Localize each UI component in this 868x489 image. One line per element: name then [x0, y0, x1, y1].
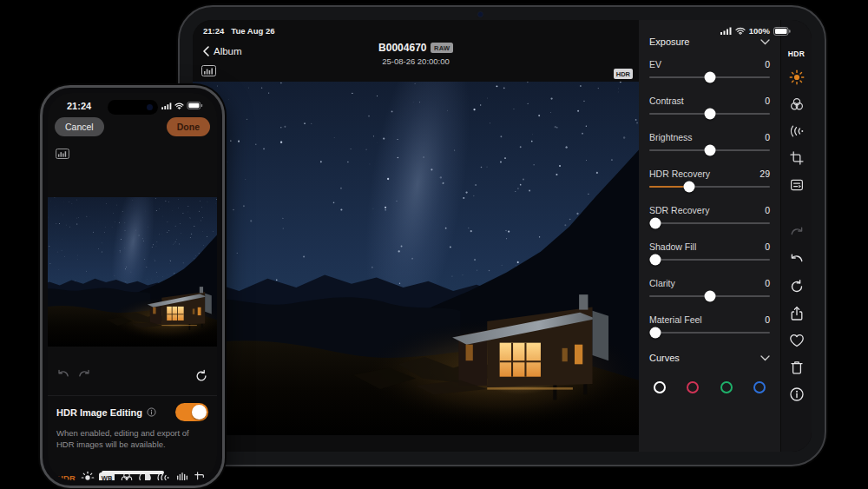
- ipad-status-bar-left: 21:24 Tue Aug 26: [203, 26, 274, 36]
- iphone-screen: 21:24 Cancel Done: [48, 93, 217, 480]
- crop-tab-button[interactable]: [789, 150, 805, 166]
- slider-value: 0: [765, 278, 770, 288]
- slider-thumb[interactable]: [704, 291, 715, 302]
- undo-icon: [789, 254, 805, 266]
- main-photo[interactable]: [193, 82, 639, 435]
- ev-slider[interactable]: [649, 70, 770, 84]
- reset-button[interactable]: [194, 369, 208, 383]
- hdr-recovery-slider[interactable]: [649, 180, 770, 194]
- curve-channel-red[interactable]: [687, 381, 699, 393]
- exposure-section-header[interactable]: Exposure: [649, 34, 770, 50]
- done-button[interactable]: Done: [167, 117, 210, 136]
- undo-icon: [56, 369, 70, 380]
- wifi-icon: [735, 27, 746, 35]
- slider-thumb[interactable]: [650, 327, 661, 339]
- color-tab-button[interactable]: [789, 96, 805, 112]
- tab-crop[interactable]: [194, 471, 207, 480]
- tab-texture[interactable]: [175, 471, 189, 480]
- hdr-setting-section: HDR Image Editing When enabled, editing …: [48, 395, 217, 451]
- slider-thumb[interactable]: [650, 218, 661, 229]
- presets-tab-button[interactable]: [789, 177, 805, 193]
- ipad-status-bar-right: 100%: [720, 26, 791, 36]
- ipad-date: Tue Aug 26: [231, 26, 274, 36]
- curve-channel-selector: [649, 381, 770, 393]
- slider-thumb[interactable]: [704, 72, 715, 83]
- iphone-clock: 21:24: [67, 101, 91, 111]
- chevron-left-icon: [203, 46, 209, 56]
- chevron-down-icon: [760, 39, 770, 45]
- slider-label: HDR Recovery: [649, 169, 710, 179]
- slider-thumb[interactable]: [704, 109, 715, 120]
- info-icon[interactable]: [147, 407, 156, 417]
- undo-button[interactable]: [56, 369, 70, 380]
- slider-row-shadow-fill: Shadow Fill 0: [649, 241, 770, 267]
- curve-channel-green[interactable]: [720, 381, 733, 393]
- home-indicator[interactable]: [102, 471, 164, 474]
- night-cabin-photo: [193, 82, 639, 435]
- clarity-slider[interactable]: [649, 289, 770, 303]
- phone-photo-preview[interactable]: [48, 197, 217, 347]
- redo-button[interactable]: [789, 225, 805, 241]
- slider-label: EV: [649, 59, 661, 69]
- share-button[interactable]: [789, 306, 805, 321]
- redo-icon: [77, 369, 91, 380]
- slider-value: 0: [765, 59, 770, 69]
- brightness-slider[interactable]: [649, 143, 770, 157]
- curve-channel-blue[interactable]: [753, 381, 766, 393]
- effects-tab-button[interactable]: [789, 123, 805, 139]
- photo-title-block: B0004670 RAW 25-08-26 20:00:00: [193, 42, 639, 66]
- slider-value: 0: [765, 314, 770, 325]
- cellular-icon: [720, 27, 732, 35]
- iphone-device: 21:24 Cancel Done: [40, 85, 225, 488]
- histogram-toggle-button[interactable]: [201, 65, 216, 76]
- curve-channel-luminance[interactable]: [654, 381, 666, 393]
- tab-light[interactable]: [81, 471, 95, 480]
- hdr-toggle-switch[interactable]: [175, 403, 208, 421]
- material-feel-slider[interactable]: [649, 326, 770, 340]
- info-button[interactable]: [789, 387, 805, 402]
- slider-thumb[interactable]: [650, 254, 661, 266]
- slider-thumb[interactable]: [704, 145, 715, 156]
- slider-thumb[interactable]: [683, 182, 694, 193]
- slider-row-ev: EV 0: [649, 58, 770, 84]
- exposure-header-label: Exposure: [649, 36, 689, 47]
- redo-button[interactable]: [77, 369, 91, 380]
- sdr-recovery-slider[interactable]: [649, 216, 770, 230]
- back-to-album-button[interactable]: Album: [203, 46, 242, 56]
- dynamic-island: [108, 100, 158, 115]
- slider-value: 0: [765, 96, 770, 106]
- info-icon: [789, 387, 805, 402]
- contrast-slider[interactable]: [649, 107, 770, 121]
- ipad-front-camera: [478, 12, 483, 17]
- tab-hdr[interactable]: HDR: [57, 473, 76, 481]
- slider-label: SDR Recovery: [649, 205, 709, 215]
- photo-editor-canvas-area: Album B0004670 RAW 25-08-26 20:00:00: [193, 20, 639, 452]
- favorite-button[interactable]: [789, 333, 805, 348]
- cellular-icon: [161, 102, 172, 109]
- reset-button[interactable]: [789, 279, 805, 294]
- delete-button[interactable]: [789, 360, 805, 375]
- back-label: Album: [214, 46, 242, 56]
- slider-row-hdr-recovery: HDR Recovery 29: [649, 168, 770, 194]
- slider-value: 0: [765, 241, 770, 252]
- night-cabin-photo: [48, 197, 217, 347]
- histogram-toggle-button[interactable]: [56, 149, 69, 159]
- exposure-tab-button[interactable]: [789, 69, 805, 85]
- curves-section-header[interactable]: Curves: [649, 350, 770, 366]
- battery-percent: 100%: [749, 26, 770, 36]
- redo-icon: [789, 227, 805, 239]
- reset-icon: [194, 369, 208, 383]
- reset-icon: [789, 279, 805, 294]
- slider-value: 0: [765, 205, 770, 215]
- slider-label: Shadow Fill: [649, 241, 696, 252]
- undo-button[interactable]: [789, 252, 805, 268]
- hdr-indicator-badge: HDR: [614, 69, 633, 79]
- slider-label: Material Feel: [649, 314, 702, 325]
- phone-edit-controls: [48, 369, 217, 385]
- sun-icon: [81, 471, 95, 480]
- cancel-button[interactable]: Cancel: [55, 117, 104, 136]
- slider-label: Contrast: [649, 96, 684, 106]
- slider-value: 29: [760, 169, 770, 179]
- shadow-fill-slider[interactable]: [649, 253, 770, 267]
- share-icon: [789, 306, 805, 321]
